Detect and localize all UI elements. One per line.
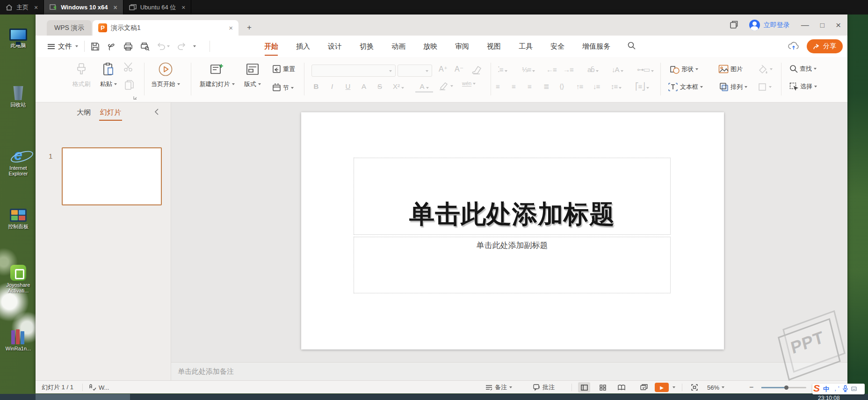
outline-tab[interactable]: 大纲 — [77, 108, 91, 117]
vm-tab-ubuntu[interactable]: Ubuntu 64 位 × — [123, 0, 192, 15]
ime-punctuation-toggle[interactable]: ，’ — [832, 385, 839, 393]
print-button[interactable] — [123, 42, 133, 51]
document-tab[interactable]: P 演示文稿1 × — [93, 20, 239, 36]
justify-button[interactable]: ≣ — [543, 82, 549, 91]
frame-button[interactable] — [758, 82, 772, 92]
cloud-upload-icon[interactable] — [788, 41, 799, 52]
desktop-icon-this-pc[interactable]: 此电脑 — [1, 21, 36, 49]
increase-indent-button[interactable]: →≡ — [563, 65, 573, 73]
search-icon[interactable] — [628, 42, 636, 51]
line-spacing-down-button[interactable]: ↓≡ — [593, 82, 600, 90]
sogou-logo-icon[interactable]: S — [813, 383, 820, 394]
increase-font-button[interactable]: A⁺ — [439, 65, 448, 73]
highlight-button[interactable] — [439, 81, 453, 91]
decrease-indent-button[interactable]: ←≡ — [546, 65, 557, 73]
zoom-out-button[interactable]: − — [749, 381, 753, 394]
align-left-button[interactable]: ≡ — [496, 82, 499, 90]
title-placeholder[interactable]: 单击此处添加标题 — [354, 158, 671, 235]
dialog-launcher-icon[interactable] — [133, 95, 137, 102]
desktop-icon-control-panel[interactable]: 控制面板 — [1, 202, 36, 230]
zoom-slider-thumb[interactable] — [784, 385, 788, 390]
align-center-button[interactable]: ≡ — [512, 82, 515, 90]
presenter-settings-button[interactable] — [638, 382, 650, 393]
tab-home[interactable]: 开始 — [264, 42, 279, 51]
ime-keyboard-icon[interactable] — [851, 385, 857, 393]
format-painter-button[interactable]: 格式刷 — [67, 61, 95, 88]
tab-transition[interactable]: 切换 — [359, 42, 374, 51]
cut-button[interactable] — [123, 62, 135, 73]
login-area[interactable]: 立即登录 — [749, 20, 790, 30]
play-options-icon[interactable] — [673, 386, 675, 388]
close-window-button[interactable]: × — [836, 20, 841, 30]
char-border-button[interactable]: A — [357, 80, 370, 93]
notes-toggle[interactable]: 备注 — [485, 381, 512, 394]
decrease-font-button[interactable]: A⁻ — [455, 65, 463, 73]
textbox-button[interactable]: 文本框 — [668, 82, 703, 92]
normal-view-button[interactable] — [578, 382, 590, 393]
font-color-button[interactable]: A — [415, 80, 433, 93]
save-button[interactable] — [91, 42, 100, 51]
align-right-button[interactable]: ≡ — [528, 82, 531, 90]
close-icon[interactable]: × — [114, 4, 117, 11]
superscript-button[interactable]: X² — [389, 80, 408, 93]
bullets-button[interactable]: ⁚≡ — [498, 65, 507, 74]
close-icon[interactable]: × — [34, 4, 38, 11]
select-button[interactable]: 选择 — [789, 82, 817, 91]
tab-premium[interactable]: 增值服务 — [582, 42, 611, 51]
ime-toolbar[interactable]: S 中 ，’ — [812, 384, 865, 394]
vertical-text-button[interactable]: ↓A — [612, 65, 623, 73]
wps-home-tab[interactable]: WPS 演示 — [47, 20, 92, 36]
microphone-icon[interactable] — [843, 385, 848, 393]
fit-slide-button[interactable] — [688, 382, 701, 393]
export-pdf-button[interactable] — [107, 42, 116, 51]
reading-view-button[interactable] — [615, 382, 628, 393]
reset-button[interactable]: 重置 — [272, 65, 295, 73]
zoom-level[interactable]: 56% — [707, 381, 724, 394]
layout-button[interactable]: 版式 — [238, 61, 268, 88]
align-text-button[interactable]: ⎡≡⎦ — [635, 82, 649, 91]
share-button[interactable]: 分享 — [807, 39, 843, 53]
collapse-panel-icon[interactable] — [154, 109, 159, 116]
spellcheck-status[interactable]: W... — [89, 381, 109, 394]
play-from-current-button[interactable]: 当页开始 — [148, 61, 183, 88]
tab-review[interactable]: 审阅 — [455, 42, 470, 51]
italic-button[interactable]: I — [326, 80, 339, 93]
slides-tab[interactable]: 幻灯片 — [100, 108, 121, 117]
vm-tab-home[interactable]: 主页 × — [0, 0, 44, 15]
numbering-button[interactable]: ⅓≡ — [522, 65, 535, 73]
underline-button[interactable]: U — [341, 80, 354, 93]
line-spacing-up-button[interactable]: ↑≡ — [576, 82, 583, 90]
tab-security[interactable]: 安全 — [550, 42, 565, 51]
picture-button[interactable]: 图片 — [718, 65, 743, 73]
notes-pane[interactable]: 单击此处添加备注 — [171, 362, 847, 380]
desktop-icon-joyoshare[interactable]: Joyoshare Activati... — [1, 261, 36, 293]
tab-animation[interactable]: 动画 — [391, 42, 406, 51]
slide-sorter-view-button[interactable] — [597, 382, 609, 393]
tab-slideshow[interactable]: 放映 — [423, 42, 438, 51]
close-document-icon[interactable]: × — [229, 24, 233, 32]
line-spacing-button[interactable]: ↕≡ — [611, 82, 622, 90]
taskbar-app-button[interactable] — [36, 394, 130, 400]
close-icon[interactable]: × — [181, 4, 185, 11]
tab-view[interactable]: 视图 — [486, 42, 501, 51]
print-preview-button[interactable] — [140, 42, 150, 51]
slideshow-play-button[interactable]: ▶ — [655, 383, 669, 392]
subtitle-placeholder[interactable]: 单击此处添加副标题 — [354, 237, 671, 293]
phonetic-guide-button[interactable]: wén — [462, 80, 476, 87]
undo-button[interactable] — [157, 43, 170, 50]
convert-smartart-button[interactable]: ⊶▭ — [637, 65, 654, 74]
desktop-icon-winra1n[interactable]: WinRa1n... — [1, 325, 36, 351]
redo-button[interactable] — [177, 43, 186, 50]
zoom-slider[interactable] — [761, 387, 806, 388]
tab-tools[interactable]: 工具 — [518, 42, 533, 51]
arrange-button[interactable]: 排列 — [719, 82, 747, 92]
comments-toggle[interactable]: 批注 — [533, 381, 555, 394]
minimize-button[interactable]: — — [801, 21, 809, 30]
font-size-select[interactable] — [398, 65, 432, 77]
strikethrough-button[interactable]: S — [373, 80, 386, 93]
slide-canvas[interactable]: 单击此处添加标题 单击此处添加副标题 — [301, 112, 724, 349]
vm-tab-windows[interactable]: Windows 10 x64 × — [44, 0, 123, 15]
desktop-icon-internet-explorer[interactable]: e Internet Explorer — [1, 144, 36, 176]
tab-insert[interactable]: 插入 — [296, 42, 311, 51]
desktop-icon-recycle-bin[interactable]: 回收站 — [1, 80, 36, 109]
